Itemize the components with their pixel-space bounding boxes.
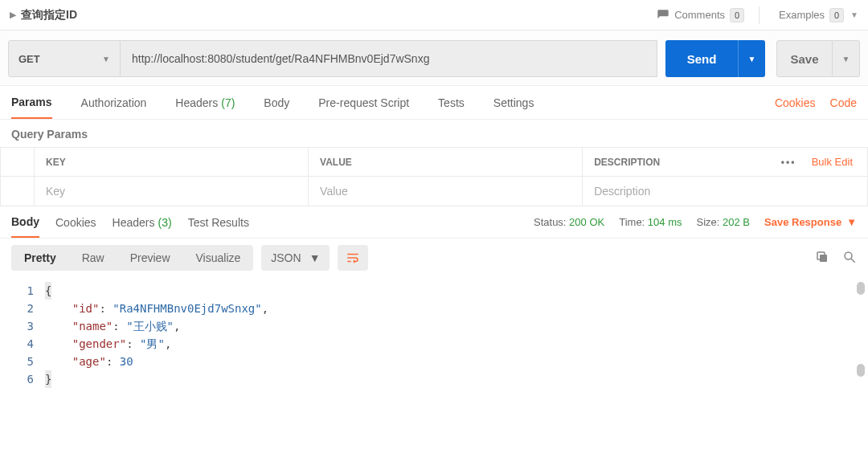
more-options-icon[interactable]: ••• [781,157,796,168]
format-select[interactable]: JSON ▼ [261,245,330,271]
resp-tab-body[interactable]: Body [11,206,39,238]
chevron-down-icon: ▼ [842,55,850,63]
line-number: 3 [0,317,34,335]
tab-label: Body [11,215,39,228]
size-value: 202 B [723,216,750,228]
headers-count: (7) [221,96,235,109]
tab-label: Cookies [55,216,96,229]
view-raw[interactable]: Raw [69,245,117,271]
opt-label: Visualize [196,251,241,264]
save-options-button[interactable]: ▼ [833,40,860,77]
save-button[interactable]: Save [776,40,833,77]
resp-tab-headers[interactable]: Headers(3) [113,206,172,238]
opt-label: Pretty [24,251,56,264]
save-response-label: Save Response [764,216,841,228]
opt-label: Raw [82,251,104,264]
scrollbar-thumb[interactable] [857,282,865,295]
view-visualize[interactable]: Visualize [183,245,254,271]
view-pretty[interactable]: Pretty [11,245,69,271]
time-label: Time: [619,216,645,228]
send-label: Send [687,52,717,66]
view-preview[interactable]: Preview [117,245,183,271]
row-checkbox[interactable] [1,177,35,206]
size-label: Size: [697,216,720,228]
headers-count: (3) [158,216,172,229]
time-block: Time: 104 ms [619,216,682,228]
comments-button[interactable]: Comments 0 [657,8,744,22]
send-options-button[interactable]: ▼ [738,40,765,77]
url-bar: GET ▼ http://localhost:8080/student/get/… [0,31,868,86]
tab-label: Settings [493,96,534,109]
svg-point-2 [845,252,852,259]
tab-params[interactable]: Params [11,86,52,119]
scrollbar-thumb[interactable] [857,364,865,377]
url-input[interactable]: http://localhost:8080/student/get/Ra4NFH… [121,40,657,77]
tab-label: Params [11,96,52,108]
svg-line-3 [851,259,855,263]
query-params-table: KEY VALUE DESCRIPTION ••• Bulk Edit [0,147,868,206]
line-number: 2 [0,300,34,317]
svg-rect-0 [820,255,827,262]
divider [759,6,760,24]
save-label: Save [790,52,818,66]
checkbox-col [1,148,35,177]
http-method-select[interactable]: GET ▼ [8,40,121,77]
send-button[interactable]: Send [665,40,738,77]
line-number: 1 [0,282,34,300]
col-key: KEY [35,148,309,177]
query-params-title: Query Params [0,120,868,147]
tab-settings[interactable]: Settings [493,86,534,119]
tab-label: Authorization [81,96,147,109]
collapse-triangle-icon[interactable]: ▶ [10,10,16,20]
tab-authorization[interactable]: Authorization [81,86,147,119]
status-label: Status: [534,216,566,228]
comments-count: 0 [730,8,744,22]
time-value: 104 ms [648,216,682,228]
col-description: DESCRIPTION [583,148,731,177]
line-number: 6 [0,370,34,388]
tab-label: Tests [438,96,465,109]
table-header-row: KEY VALUE DESCRIPTION ••• Bulk Edit [1,148,868,177]
response-body-toolbar: Pretty Raw Preview Visualize JSON ▼ [0,239,868,277]
opt-label: Preview [130,251,170,264]
code-link[interactable]: Code [830,96,857,109]
request-title: 查询指定ID [21,8,77,22]
line-gutter: 123456 [0,282,45,388]
value-input[interactable] [320,185,571,198]
size-block: Size: 202 B [697,216,751,228]
cookies-link[interactable]: Cookies [775,96,816,109]
format-value: JSON [271,251,301,264]
comment-icon [657,9,669,22]
chevron-down-icon: ▼ [850,10,858,19]
col-actions: ••• Bulk Edit [731,148,868,177]
description-input[interactable] [594,185,856,198]
status-value: 200 OK [569,216,604,228]
tab-label: Headers [175,96,218,109]
status-block: Status: 200 OK [534,216,604,228]
chevron-down-icon: ▼ [748,55,756,63]
http-method-value: GET [18,53,40,65]
code-text[interactable]: { "id": "Ra4NFHMBnv0Ejd7wSnxg", "name": … [45,282,868,388]
tab-label: Body [264,96,289,109]
resp-tab-test-results[interactable]: Test Results [188,206,249,238]
url-value: http://localhost:8080/student/get/Ra4NFH… [132,52,429,65]
tab-headers[interactable]: Headers(7) [175,86,235,119]
chevron-down-icon: ▼ [846,216,857,228]
tab-prerequest[interactable]: Pre-request Script [318,86,409,119]
examples-count: 0 [829,8,844,22]
response-tabs: Body Cookies Headers(3) Test Results Sta… [0,206,868,239]
tab-body[interactable]: Body [264,86,289,119]
resp-tab-cookies[interactable]: Cookies [55,206,96,238]
view-mode-segment: Pretty Raw Preview Visualize [11,245,253,271]
tab-label: Pre-request Script [318,96,409,109]
examples-button[interactable]: Examples 0 ▼ [779,8,858,22]
tab-tests[interactable]: Tests [438,86,465,119]
search-icon[interactable] [842,250,857,267]
key-input[interactable] [46,185,297,198]
bulk-edit-link[interactable]: Bulk Edit [812,156,853,168]
tab-label: Test Results [188,216,249,229]
wrap-lines-button[interactable] [338,245,368,271]
save-response-button[interactable]: Save Response▼ [764,216,857,228]
copy-icon[interactable] [815,250,829,267]
response-body: 123456 { "id": "Ra4NFHMBnv0Ejd7wSnxg", "… [0,277,868,404]
